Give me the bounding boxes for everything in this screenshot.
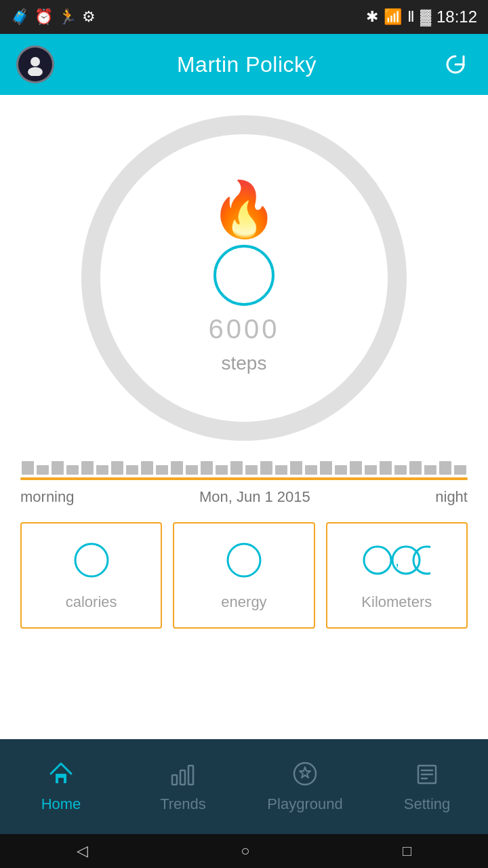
signal-icon: Ⅱ bbox=[407, 8, 415, 26]
trends-icon bbox=[169, 760, 197, 791]
home-icon bbox=[47, 760, 75, 791]
energy-label: energy bbox=[221, 593, 266, 611]
battery-icon: ▓ bbox=[420, 8, 431, 26]
svg-point-7 bbox=[413, 547, 430, 574]
accessibility-icon: 🏃 bbox=[58, 8, 77, 26]
bluetooth-icon: ✱ bbox=[366, 8, 378, 26]
back-button[interactable]: ◁ bbox=[77, 842, 88, 860]
status-bar-left: 🧳 ⏰ 🏃 ⚙ bbox=[11, 8, 96, 26]
timeline-section: morning Mon, Jun 1 2015 night bbox=[0, 448, 488, 506]
timeline-ticks bbox=[20, 448, 468, 475]
nav-playground-label: Playground bbox=[267, 795, 342, 813]
night-label: night bbox=[435, 488, 468, 506]
energy-value bbox=[224, 540, 264, 585]
step-gauge: 🔥 6000 steps bbox=[81, 115, 407, 441]
timeline-bar bbox=[20, 477, 468, 480]
status-bar-right: ✱ 📶 Ⅱ ▓ 18:12 bbox=[366, 7, 477, 26]
energy-card[interactable]: energy bbox=[173, 522, 314, 629]
nav-setting-label: Setting bbox=[404, 795, 451, 813]
user-name: Martin Polický bbox=[177, 52, 317, 77]
gauge-ring bbox=[81, 115, 407, 441]
recent-button[interactable]: □ bbox=[403, 842, 411, 860]
timeline-progress bbox=[20, 477, 468, 480]
avatar[interactable] bbox=[16, 45, 54, 83]
nav-trends[interactable]: Trends bbox=[122, 739, 244, 834]
settings-icon-status: ⚙ bbox=[82, 8, 96, 26]
nav-home-label: Home bbox=[41, 795, 81, 813]
nav-playground[interactable]: Playground bbox=[244, 739, 366, 834]
svg-text:,: , bbox=[395, 552, 401, 569]
svg-point-13 bbox=[294, 763, 316, 785]
kilometers-card[interactable]: , Kilometers bbox=[326, 522, 468, 629]
calories-label: calories bbox=[66, 593, 117, 611]
svg-point-4 bbox=[364, 547, 391, 574]
svg-point-1 bbox=[28, 67, 43, 76]
svg-point-2 bbox=[75, 544, 108, 576]
svg-rect-10 bbox=[172, 775, 177, 785]
briefcase-icon: 🧳 bbox=[11, 8, 29, 26]
morning-label: morning bbox=[20, 488, 74, 506]
bottom-nav: Home Trends Playground bbox=[0, 739, 488, 834]
calories-value bbox=[71, 540, 112, 585]
svg-rect-12 bbox=[188, 766, 193, 785]
status-bar: 🧳 ⏰ 🏃 ⚙ ✱ 📶 Ⅱ ▓ 18:12 bbox=[0, 0, 488, 34]
main-content: 🔥 6000 steps bbox=[0, 95, 488, 739]
timeline-labels: morning Mon, Jun 1 2015 night bbox=[20, 488, 468, 506]
date-label: Mon, Jun 1 2015 bbox=[199, 488, 310, 506]
svg-rect-9 bbox=[58, 778, 64, 783]
kilometers-value: , bbox=[363, 540, 430, 585]
setting-icon bbox=[413, 760, 441, 791]
wifi-icon: 📶 bbox=[384, 8, 402, 26]
svg-rect-11 bbox=[180, 770, 185, 785]
android-nav: ◁ ○ □ bbox=[0, 834, 488, 868]
refresh-button[interactable] bbox=[439, 48, 472, 81]
nav-trends-label: Trends bbox=[160, 795, 206, 813]
calories-card[interactable]: calories bbox=[20, 522, 162, 629]
playground-icon bbox=[291, 760, 319, 791]
kilometers-label: Kilometers bbox=[361, 593, 432, 611]
svg-point-0 bbox=[30, 57, 40, 66]
status-time: 18:12 bbox=[436, 7, 477, 26]
home-button[interactable]: ○ bbox=[241, 842, 249, 860]
nav-home[interactable]: Home bbox=[0, 739, 122, 834]
nav-setting[interactable]: Setting bbox=[366, 739, 488, 834]
stats-section: calories energy , Kilometers bbox=[0, 506, 488, 645]
svg-point-3 bbox=[228, 544, 260, 576]
clock-icon: ⏰ bbox=[35, 8, 53, 26]
app-header: Martin Polický bbox=[0, 34, 488, 95]
